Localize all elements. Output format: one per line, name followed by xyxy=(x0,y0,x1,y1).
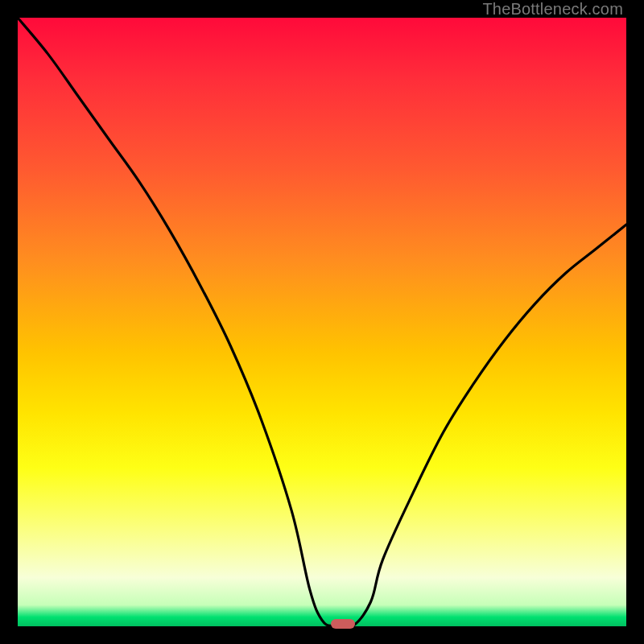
bottleneck-curve xyxy=(18,18,626,626)
chart-frame: TheBottleneck.com xyxy=(0,0,644,644)
watermark-text: TheBottleneck.com xyxy=(482,0,623,19)
plot-area xyxy=(18,18,626,626)
curve-path xyxy=(18,18,626,629)
minimum-marker xyxy=(331,619,355,629)
